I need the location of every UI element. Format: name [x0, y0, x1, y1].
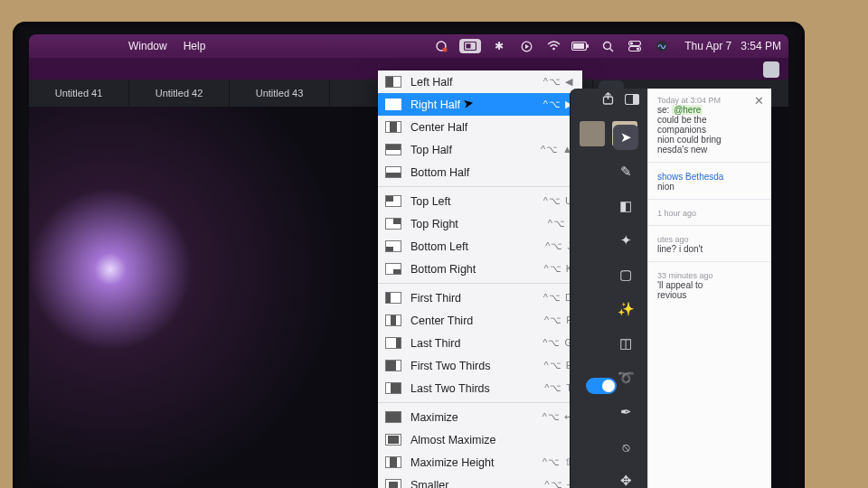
svg-point-15	[637, 47, 639, 50]
svg-rect-20	[633, 95, 638, 104]
window-layout-icon	[385, 314, 401, 326]
message-text: line? i don't	[657, 244, 762, 254]
menu-item-shortcut: ^⌥ ⇧	[542, 456, 573, 468]
menu-item-maximize[interactable]: Maximize^⌥ ↩	[378, 406, 582, 428]
siri-icon[interactable]	[653, 40, 671, 52]
window-layout-icon	[385, 218, 401, 230]
message-text: nion could bring	[657, 135, 762, 145]
menu-item-center-half[interactable]: Center Half	[378, 116, 582, 138]
battery-icon[interactable]	[571, 42, 590, 52]
menu-item-top-half[interactable]: Top Half^⌥ ▲	[378, 138, 582, 161]
svg-point-6	[552, 48, 555, 51]
spotlight-icon[interactable]	[599, 41, 617, 52]
pointer-tool[interactable]: ➤	[613, 125, 638, 150]
window-layout-icon	[385, 99, 401, 110]
window-layout-icon	[385, 456, 401, 468]
message-text: se:	[657, 105, 672, 115]
mention[interactable]: @here	[672, 105, 703, 115]
menu-item-bottom-right[interactable]: Bottom Right^⌥ K	[378, 258, 582, 280]
svg-marker-5	[525, 44, 529, 49]
svg-point-1	[443, 48, 448, 52]
rectangle-menubar-icon[interactable]	[459, 39, 481, 53]
message-link[interactable]: shows Bethesda	[657, 172, 723, 182]
window-layout-icon	[385, 337, 401, 349]
menu-item-first-two-thirds[interactable]: First Two Thirds^⌥ E	[378, 354, 582, 377]
window-layout-icon	[385, 76, 401, 88]
marquee-tool[interactable]: ▢	[613, 262, 638, 287]
menu-item-left-half[interactable]: Left Half^⌥ ◀	[378, 70, 582, 93]
lasso-tool[interactable]: ➰	[613, 365, 638, 390]
move-tool[interactable]: ✥	[613, 468, 638, 488]
menu-item-label: Top Right	[410, 218, 548, 230]
menu-item-bottom-half[interactable]: Bottom Half	[378, 161, 582, 183]
message-item[interactable]: shows Bethesda nion	[648, 164, 771, 197]
menu-item-center-third[interactable]: Center Third^⌥ F	[378, 309, 582, 332]
sidebar-panel-icon[interactable]	[625, 94, 639, 108]
menu-help[interactable]: Help	[184, 40, 206, 52]
menu-item-first-third[interactable]: First Third^⌥ D	[378, 286, 582, 309]
avatar[interactable]	[763, 61, 779, 78]
menu-window[interactable]: Window	[128, 40, 167, 52]
eyedropper-tool[interactable]: ⍉	[613, 434, 638, 459]
shapes-tool[interactable]: ◧	[613, 193, 638, 219]
menu-item-top-right[interactable]: Top Right^⌥ I	[378, 212, 582, 235]
menu-item-last-two-thirds[interactable]: Last Two Thirds^⌥ T	[378, 377, 582, 399]
menu-item-bottom-left[interactable]: Bottom Left^⌥ J	[378, 235, 582, 258]
bluetooth-icon[interactable]: ✱	[490, 40, 508, 52]
menubar: Window Help ✱ Thu Apr 7 3:54 PM	[29, 34, 788, 58]
tab-2-label: Untitled 42	[156, 88, 203, 99]
menu-item-almost-maximize[interactable]: Almost Maximize	[378, 428, 582, 451]
tab-3[interactable]: Untitled 43	[230, 80, 330, 107]
svg-line-11	[609, 48, 613, 52]
tab-1-label: Untitled 41	[55, 88, 103, 99]
menu-item-label: Last Two Thirds	[410, 382, 544, 395]
rectangle-menu: Left Half^⌥ ◀Right Half^⌥ ▶Center HalfTo…	[378, 70, 582, 488]
svg-rect-9	[587, 44, 589, 48]
menu-item-maximize-height[interactable]: Maximize Height^⌥ ⇧	[378, 451, 582, 474]
menu-item-label: Bottom Right	[410, 263, 543, 276]
menu-item-label: Top Left	[410, 195, 543, 208]
message-text: 'll appeal to	[657, 280, 762, 290]
wifi-icon[interactable]	[544, 41, 562, 52]
menu-item-label: Top Half	[410, 144, 541, 156]
message-item[interactable]: 33 minutes ago 'll appeal to revious	[648, 264, 771, 305]
message-item[interactable]: utes ago line? i don't	[648, 228, 771, 259]
message-time: 1 hour ago	[657, 209, 762, 218]
control-center-icon[interactable]	[626, 41, 644, 52]
menu-item-label: Left Half	[410, 76, 543, 89]
menu-item-label: First Two Thirds	[410, 360, 543, 372]
message-item[interactable]: 1 hour ago	[648, 202, 771, 223]
menu-item-smaller[interactable]: Smaller^⌥ −	[378, 474, 582, 488]
menu-item-shortcut: ^⌥ G	[542, 337, 573, 349]
menu-separator	[378, 186, 582, 187]
brush-tool[interactable]: ✎	[613, 159, 638, 184]
menu-separator	[378, 283, 582, 284]
tab-2[interactable]: Untitled 42	[129, 80, 230, 107]
menu-item-label: Last Third	[410, 337, 542, 350]
message-time: Today at 3:04 PM	[657, 96, 762, 105]
tab-1[interactable]: Untitled 41	[29, 80, 129, 107]
message-text: nion	[657, 182, 762, 192]
message-text: companions	[657, 125, 762, 135]
menu-item-last-third[interactable]: Last Third^⌥ G	[378, 332, 582, 354]
close-icon[interactable]: ✕	[754, 94, 764, 108]
window-layout-icon	[385, 479, 401, 488]
share-icon[interactable]	[602, 92, 614, 108]
messages-panel: ✕ Today at 3:04 PM se: @here could be th…	[647, 89, 771, 488]
message-item[interactable]: Today at 3:04 PM se: @here could be the …	[648, 89, 771, 160]
menu-item-top-left[interactable]: Top Left^⌥ U	[378, 190, 582, 212]
wand-tool[interactable]: ✨	[613, 296, 638, 322]
menu-item-label: Center Half	[410, 121, 573, 134]
menu-item-label: Smaller	[410, 479, 544, 489]
crop-tool[interactable]: ◫	[613, 331, 638, 356]
sparkle-tool[interactable]: ✦	[613, 228, 638, 253]
menubar-time[interactable]: 3:54 PM	[741, 40, 781, 52]
play-icon[interactable]	[517, 41, 535, 52]
statusbar-app-icon[interactable]	[432, 40, 450, 52]
window-layout-icon	[385, 292, 401, 304]
menu-item-right-half[interactable]: Right Half^⌥ ▶	[378, 93, 582, 116]
pen-tool[interactable]: ✒	[613, 399, 638, 425]
menu-item-shortcut: ^⌥ ▲	[541, 144, 573, 155]
thumbnail[interactable]	[580, 121, 605, 146]
menubar-date[interactable]: Thu Apr 7	[684, 40, 731, 52]
